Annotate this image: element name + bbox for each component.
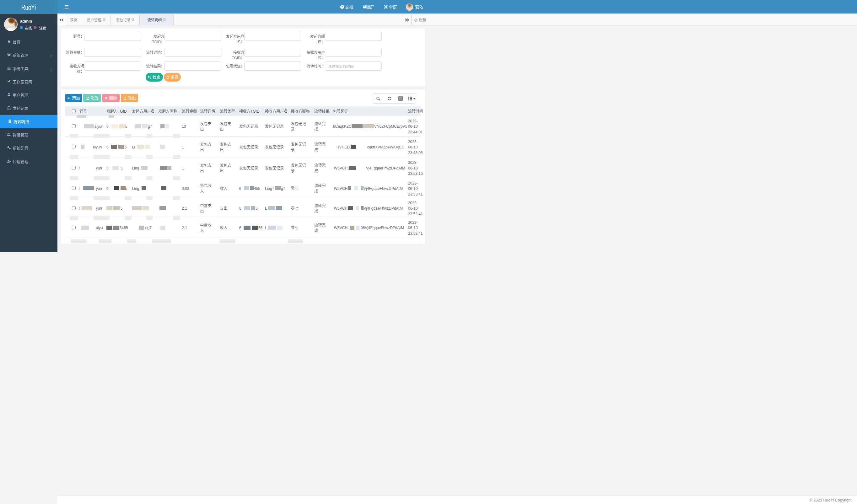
svg-text:?: ? bbox=[341, 5, 343, 9]
